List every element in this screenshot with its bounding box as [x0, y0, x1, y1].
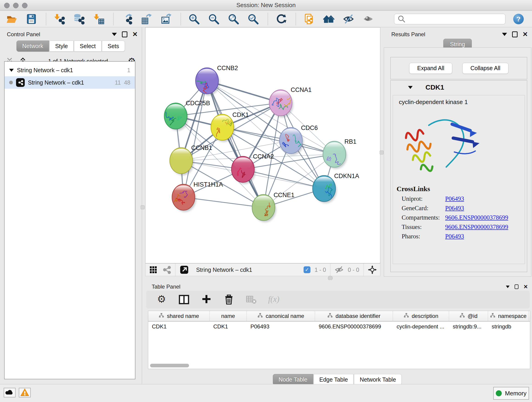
- tab-select[interactable]: Select: [74, 41, 101, 51]
- export-network-icon[interactable]: [120, 13, 133, 25]
- zoom-in-icon[interactable]: [188, 13, 200, 25]
- tab-edge-table[interactable]: Edge Table: [314, 374, 354, 385]
- open-session-icon[interactable]: [6, 13, 18, 25]
- network-node-HIST1H1A[interactable]: HIST1H1A: [172, 181, 223, 212]
- table-row[interactable]: CDK1CDK1P064939606.ENSP00000378699cyclin…: [148, 322, 530, 332]
- columns-icon[interactable]: [178, 293, 190, 306]
- column-header-shared-name[interactable]: shared name: [148, 311, 210, 321]
- network-home-icon[interactable]: [323, 13, 335, 25]
- svg-text:CCNA2: CCNA2: [253, 153, 274, 160]
- column-header-canonical-name[interactable]: canonical name: [247, 311, 315, 321]
- control-panel-title: Control Panel: [7, 31, 40, 38]
- selected-checkbox-icon[interactable]: ✓: [304, 266, 310, 273]
- detach-view-icon[interactable]: [180, 265, 189, 274]
- cell-canonical-name[interactable]: P06493: [247, 322, 315, 332]
- network-row[interactable]: String Network – cdk1 11 48: [5, 76, 135, 89]
- float-panel-icon[interactable]: [512, 32, 518, 37]
- network-node-CDK1[interactable]: CDK1: [211, 111, 249, 142]
- tab-sets[interactable]: Sets: [102, 41, 125, 51]
- collapse-all-button[interactable]: Collapse All: [462, 63, 508, 74]
- svg-text:f(x): f(x): [268, 294, 279, 304]
- tab-style[interactable]: Style: [50, 41, 74, 51]
- show-graphics-details-icon[interactable]: [362, 13, 374, 25]
- network-node-CCNE1[interactable]: CCNE1: [252, 191, 294, 222]
- zoom-fit-icon[interactable]: [227, 13, 240, 25]
- node-table[interactable]: shared namenamecanonical namedatabase id…: [148, 311, 530, 369]
- search-box[interactable]: [394, 14, 505, 24]
- section-collapse-icon[interactable]: [408, 86, 413, 89]
- zoom-selected-icon[interactable]: [247, 13, 259, 25]
- cell-shared-name[interactable]: CDK1: [148, 322, 210, 332]
- float-panel-icon[interactable]: [122, 32, 127, 37]
- expand-all-button[interactable]: Expand All: [409, 63, 452, 74]
- window-title: Session: New Session: [0, 2, 532, 9]
- namespace-icon: [459, 313, 465, 319]
- memory-button[interactable]: Memory: [493, 387, 529, 400]
- network-node-CDC25B[interactable]: CDC25B: [163, 100, 210, 131]
- share-view-icon[interactable]: [162, 265, 171, 274]
- svg-text:CDC6: CDC6: [301, 124, 318, 131]
- column-header-name[interactable]: name: [210, 311, 247, 321]
- svg-text:RB1: RB1: [344, 138, 356, 145]
- column-header-description[interactable]: description: [393, 311, 449, 321]
- network-node-CDC6[interactable]: CDC6: [279, 124, 318, 155]
- table-gear-icon[interactable]: ⚙: [155, 293, 168, 306]
- crosslink-link[interactable]: P06493: [445, 233, 464, 240]
- cloud-button[interactable]: [4, 388, 16, 397]
- network-node-RB1[interactable]: RB1: [323, 138, 356, 169]
- network-node-CDKN1A[interactable]: CDKN1A: [313, 172, 359, 203]
- zoom-out-icon[interactable]: [208, 13, 220, 25]
- panel-menu-icon[interactable]: [112, 33, 117, 36]
- tab-network[interactable]: Network: [17, 41, 49, 51]
- help-button[interactable]: ?: [513, 14, 524, 24]
- close-panel-icon[interactable]: ✕: [524, 284, 528, 289]
- export-image-icon[interactable]: [160, 13, 172, 25]
- float-panel-icon[interactable]: [515, 284, 519, 289]
- network-collection-row[interactable]: String Network – cdk1 1: [5, 64, 135, 76]
- grid-view-icon[interactable]: [149, 265, 158, 274]
- refresh-view-icon[interactable]: [275, 13, 287, 25]
- search-input[interactable]: [406, 16, 502, 22]
- crosslink-link[interactable]: P06493: [445, 195, 464, 202]
- delete-column-icon[interactable]: [223, 293, 235, 306]
- horizontal-splitter-grip[interactable]: [328, 276, 333, 281]
- column-label: description: [412, 313, 438, 319]
- warnings-button[interactable]: [19, 388, 31, 397]
- left-splitter-handle[interactable]: [141, 205, 145, 209]
- hide-graphics-details-icon[interactable]: [342, 13, 355, 25]
- panel-menu-icon[interactable]: [506, 286, 510, 288]
- column-label: canonical name: [266, 313, 304, 319]
- export-table-icon[interactable]: [140, 13, 152, 25]
- horizontal-scrollbar[interactable]: [150, 364, 189, 367]
- network-node-CCNB2[interactable]: CCNB2: [194, 65, 238, 96]
- add-column-icon[interactable]: [200, 293, 213, 306]
- cell-description[interactable]: cyclin-dependent ...: [393, 322, 449, 332]
- close-panel-icon[interactable]: ✕: [523, 31, 528, 38]
- import-table-icon[interactable]: [93, 13, 105, 25]
- tab-network-table[interactable]: Network Table: [354, 374, 402, 385]
- clone-network-icon[interactable]: [303, 13, 315, 25]
- close-panel-icon[interactable]: ✕: [133, 31, 138, 38]
- panel-menu-icon[interactable]: [502, 33, 507, 36]
- save-session-icon[interactable]: [25, 13, 38, 25]
- import-from-database-icon[interactable]: [73, 13, 85, 25]
- crosslink-link[interactable]: 9606.ENSP00000378699: [445, 214, 508, 221]
- column-header-namespace[interactable]: namespace: [488, 311, 529, 321]
- crosslink-link[interactable]: 9606.ENSP00000378699: [445, 223, 508, 230]
- import-network-icon[interactable]: [53, 13, 65, 25]
- network-node-CCNA1[interactable]: CCNA1: [269, 86, 312, 117]
- crosslink-link[interactable]: P06493: [445, 205, 464, 212]
- gene-detail: cyclin-dependent kinase 1 CrossLinks Uni…: [393, 95, 525, 264]
- collapse-triangle-icon[interactable]: [9, 69, 14, 72]
- hidden-eye-icon[interactable]: [335, 265, 344, 274]
- column-header-database-identifier[interactable]: database identifier: [315, 311, 393, 321]
- cell-name[interactable]: CDK1: [210, 322, 247, 332]
- fit-selected-icon[interactable]: [368, 265, 377, 274]
- network-graph[interactable]: CCNB2 CCNA1 CDC25B CDK1: [146, 27, 380, 263]
- network-canvas[interactable]: CCNB2 CCNA1 CDC25B CDK1: [145, 27, 380, 263]
- column-header-@id[interactable]: @id: [449, 311, 488, 321]
- tab-node-table[interactable]: Node Table: [273, 374, 313, 385]
- cell-@id[interactable]: stringdb:9...: [449, 322, 488, 332]
- cell-namespace[interactable]: stringdb: [488, 322, 529, 332]
- cell-database-identifier[interactable]: 9606.ENSP00000378699: [315, 322, 393, 332]
